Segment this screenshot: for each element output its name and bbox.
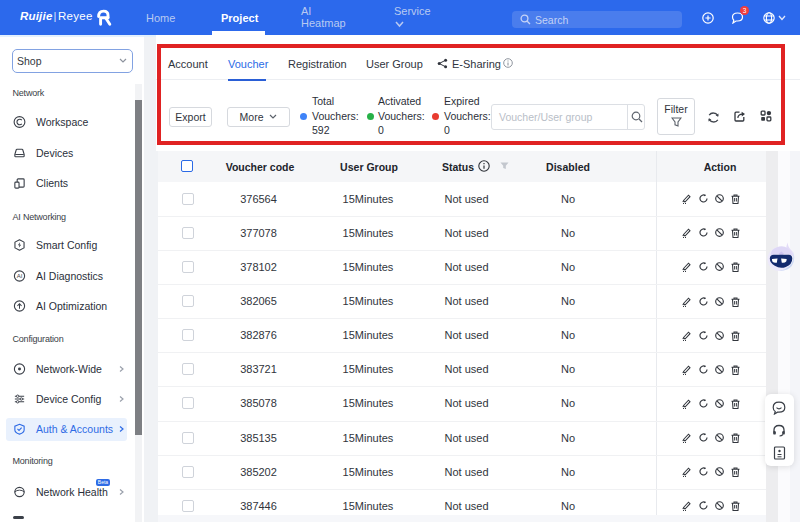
svg-text:AI: AI xyxy=(17,273,23,279)
